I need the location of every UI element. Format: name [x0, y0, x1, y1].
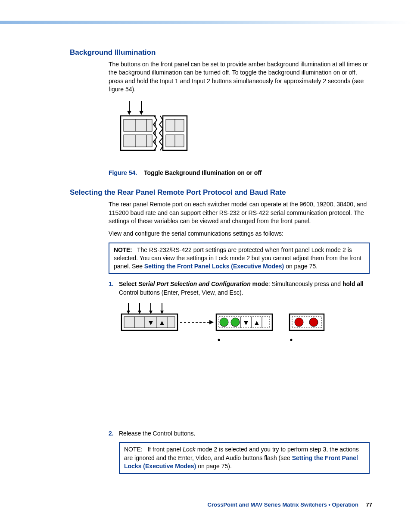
svg-point-47 — [309, 318, 318, 327]
footer-page-number: 77 — [366, 501, 372, 508]
figure-number: Figure 54. — [109, 169, 137, 176]
step1-rest: : Simultaneously press and — [268, 280, 342, 287]
para-rear-panel-1: The rear panel Remote port on each switc… — [109, 200, 370, 225]
note-label: NOTE: — [114, 246, 132, 253]
step-2: 2. Release the Control buttons. — [109, 429, 370, 438]
link-front-panel-locks-1[interactable]: Setting the Front Panel Locks (Executive… — [144, 263, 284, 270]
svg-rect-9 — [124, 135, 152, 147]
svg-point-37 — [220, 318, 228, 327]
page-header-bar — [0, 21, 411, 24]
svg-point-48 — [218, 339, 220, 341]
step1-italic: Serial Port Selection and Configuration — [138, 280, 251, 287]
note1-text-post: on page 75. — [284, 263, 318, 270]
figure-caption-text: Toggle Background Illumination on or off — [144, 169, 262, 176]
note-box-2: NOTE: If front panel Lock mode 2 is sele… — [119, 442, 370, 474]
svg-point-46 — [295, 318, 303, 327]
step-2-text: Release the Control buttons. — [119, 429, 370, 438]
note2-italic: Lock — [183, 446, 196, 453]
svg-marker-1 — [127, 111, 131, 115]
svg-marker-34 — [209, 320, 214, 324]
heading-rear-panel-protocol: Selecting the Rear Panel Remote Port Pro… — [70, 188, 372, 197]
footer-title: CrossPoint and MAV Series Matrix Switche… — [208, 501, 358, 508]
step-1-text: Select Serial Port Selection and Configu… — [119, 280, 370, 297]
para-bg-illumination: The buttons on the front panel can be se… — [109, 60, 370, 93]
figure-54-graphic — [120, 101, 372, 157]
heading-background-illumination: Background Illumination — [70, 48, 372, 57]
note-box-1: NOTE: The RS-232/RS-422 port settings ar… — [109, 243, 370, 274]
step-1: 1. Select Serial Port Selection and Conf… — [109, 280, 370, 297]
step1-bold2: mode — [251, 280, 268, 287]
svg-point-49 — [290, 339, 293, 341]
step1-bold1: Select — [119, 280, 138, 287]
step-1-number: 1. — [109, 280, 119, 297]
step1-rest2: Control buttons (Enter, Preset, View, an… — [119, 289, 243, 296]
page-footer: CrossPoint and MAV Series Matrix Switche… — [208, 501, 372, 508]
svg-marker-3 — [139, 111, 143, 115]
note2-pre: If front panel — [147, 446, 183, 453]
figure-54-caption: Figure 54. Toggle Background Illuminatio… — [109, 169, 372, 176]
step-2-number: 2. — [109, 429, 119, 438]
step1-bold3: hold all — [342, 280, 364, 287]
svg-point-38 — [231, 318, 240, 327]
step-1-graphic — [120, 303, 372, 343]
note2-post: on page 75). — [196, 463, 232, 470]
svg-rect-6 — [124, 119, 152, 131]
para-rear-panel-2: View and configure the serial communicat… — [109, 230, 370, 238]
note2-label: NOTE: — [124, 446, 143, 453]
